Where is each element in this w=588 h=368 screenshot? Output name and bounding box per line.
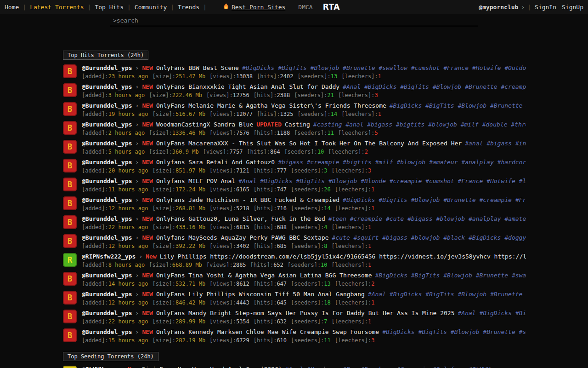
tags[interactable]: #BigDicks #BigTits #Blowjob #Brunette #s… [390,102,526,109]
meta-views: [views]:6729 [209,337,249,344]
entry-list: B@Burunddel_yps›NEWOnlyFans BBW Best Sce… [63,64,526,344]
meta-value: 2402 [280,73,294,80]
user-avatar[interactable]: B [63,121,77,135]
signup-link[interactable]: SignUp [562,4,583,11]
meta-label: [views]: [209,299,236,306]
user-avatar[interactable]: B [63,215,77,229]
user-avatar[interactable]: B [63,234,77,248]
nav-latest-torrents[interactable]: Latest Torrents [30,4,95,11]
nav-trends[interactable]: Trends [178,4,210,11]
torrent-title[interactable]: Onlyfans MILF POV Anal [156,178,235,184]
best-porn-sites-link[interactable]: Best Porn Sites [223,3,285,11]
tags[interactable]: #anal #bigass #interrac… [465,140,526,147]
brand-link[interactable]: @mypornclub [479,4,518,11]
username[interactable]: @ILUVY_yps [82,366,118,368]
tags[interactable]: #Anal #BigDicks #BigTits #Blowjob #Blond… [238,178,526,184]
username[interactable]: @Burunddel_yps [82,291,132,298]
user-avatar[interactable]: B [63,291,77,305]
torrent-title[interactable]: OnlyFans Jade Hutchison - IR BBC Fucked … [156,196,339,203]
torrent-title[interactable]: OnlyFans Gattouz0, Luna Silver, Fuck in … [156,215,325,222]
torrent-title[interactable]: OnlyFans Bianxxxkie Tight Asian Anal Slu… [156,83,339,90]
username[interactable]: @Burunddel_yps [82,159,132,166]
username[interactable]: @Burunddel_yps [82,272,132,279]
torrent-title[interactable]: OnlyFans Lily Phillips Wisconsin Tiff 50… [156,291,365,298]
tags[interactable]: #BigDicks #BigTits #Blowjob #Brunette #s… [242,64,526,71]
nav-home[interactable]: Home [5,4,30,11]
torrent-title[interactable]: OnlyFans BBW Best Scene [156,64,239,71]
user-avatar[interactable]: B [63,328,77,342]
meta-label: [added]: [82,92,108,98]
username[interactable]: @Burunddel_yps [82,178,132,184]
search-input[interactable] [110,15,478,26]
meta-label: [views]: [209,318,236,325]
title-line: @Burunddel_yps›NEWOnlyFans Tina Yoshi & … [82,272,526,279]
tags[interactable]: #BigDicks #BigTits #Blowjob #Brunette #s… [375,272,526,279]
tags[interactable]: #BigDicks #BigTits #Blowjob #Brunette #s… [382,328,526,335]
meta-label: [hits]: [254,281,277,287]
username[interactable]: @Burunddel_yps [82,215,132,222]
meta-label: [leechers]: [335,281,371,287]
meta-label: [views]: [209,205,236,212]
chevron-icon: › [136,178,139,184]
torrent-title[interactable]: OnlyFans MacarenaXXX - This Slut Was So … [156,140,462,147]
dmca-link[interactable]: DMCA [298,4,312,11]
user-avatar[interactable]: B [63,83,77,97]
username[interactable]: @Burunddel_yps [82,140,132,147]
username[interactable]: @Burunddel_yps [82,64,132,71]
meta-value: 610 [277,337,287,344]
user-avatar[interactable]: B [63,272,77,286]
meta-seeders: [seeders]:7 [291,318,327,325]
user-avatar[interactable]: I [63,366,77,368]
torrent-title[interactable]: Lily Phillips https://doodstream.com/e/l… [160,253,526,260]
tags[interactable]: #cute #squirt #bigass #blowjob #black #B… [332,234,526,241]
username[interactable]: @RIPNsfw222_yps [82,253,136,260]
chevron-icon: › [136,83,139,90]
meta-seeders: [seeders]:3 [291,167,327,174]
new-badge: NEW [142,196,153,203]
user-avatar[interactable]: B [63,196,77,210]
meta-hits: [hits]:645 [254,299,287,306]
torrent-title[interactable]: Sisi Rose Has Very Hard Anal Sex (2026) [142,366,282,368]
nav-community[interactable]: Community [135,4,178,11]
tags[interactable]: #BigDicks #BigTits #Blowjob #Brunette #c… [343,196,526,203]
username[interactable]: @Burunddel_yps [82,310,132,316]
tags[interactable]: #Anal #BigDicks #BigTits #Blowjob #Brune… [368,291,526,298]
meta-label: [seeders]: [291,299,324,306]
username[interactable]: @Burunddel_yps [82,121,132,128]
tags[interactable]: #teen #creampie #cute #bigass #blowjob #… [328,215,526,222]
torrent-title[interactable]: OnlyFans Melanie Marie & Agatha Vega Sis… [156,102,386,109]
meta-value: 647 [277,281,287,287]
username[interactable]: @Burunddel_yps [82,328,132,335]
username[interactable]: @Burunddel_yps [82,234,132,241]
signin-link[interactable]: SignIn [527,4,556,11]
user-avatar[interactable]: B [63,310,77,323]
tags[interactable]: #Anal #BigDicks #BigTits #Blowjob #Brune… [343,83,526,90]
username[interactable]: @Burunddel_yps [82,83,132,90]
meta-value: 12 hours ago [108,299,148,306]
user-avatar[interactable]: B [63,178,77,191]
torrent-title[interactable]: WoodmanCastingX Sandra Blue [156,121,253,128]
username[interactable]: @Burunddel_yps [82,102,132,109]
tags[interactable]: #Anal #Hardcore #Pov #Roughsex #Creampie… [285,366,490,368]
user-avatar[interactable]: R [63,253,77,267]
torrent-title[interactable]: Onlyfans Sara Retali And Gattouz0 [156,159,275,166]
torrent-title[interactable]: OnlyFans Kennedy Marksen Chloe Mae Wife … [156,328,379,335]
tags[interactable]: #Anal #BigDicks #BigTits … [458,310,526,316]
entry-body: @Burunddel_yps›NEWOnlyFans Lily Phillips… [82,291,526,306]
user-avatar[interactable]: B [63,64,77,78]
new-badge: NEW [142,328,153,335]
tags[interactable]: #casting #anal #bigass #bigtits #blowjob… [313,121,526,128]
tags[interactable]: #bigass #creampie #bigtits #milf #blowjo… [278,159,526,166]
torrent-title[interactable]: Casting [285,121,310,128]
torrent-title[interactable]: Onlyfans MaySeeds AquaZay Perky PAWG BBC… [156,234,329,241]
meta-leechers: [leechers]:1 [341,111,381,117]
meta-value: 6815 [236,224,249,230]
meta-label: [seeders]: [291,224,324,230]
user-avatar[interactable]: B [63,159,77,172]
torrent-title[interactable]: OnlyFans Tina Yoshi & Agatha Vega Asian … [156,272,372,279]
torrent-title[interactable]: OnlyFans Mandy Bright Step-mom Says Her … [156,310,455,316]
nav-top-hits[interactable]: Top Hits [95,4,134,11]
user-avatar[interactable]: B [63,140,77,154]
user-avatar[interactable]: B [63,102,77,116]
username[interactable]: @Burunddel_yps [82,196,132,203]
